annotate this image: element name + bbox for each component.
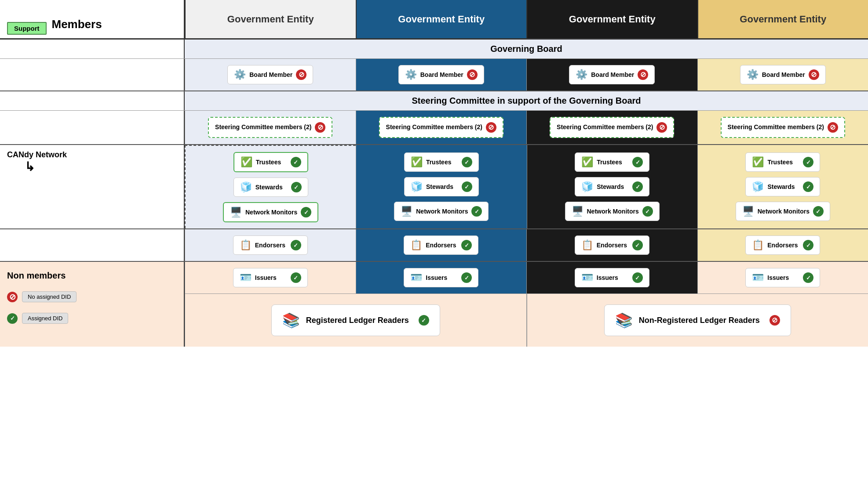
steering-label-2: Steering Committee members (2) bbox=[557, 123, 653, 132]
endorsers-label-3: Endorsers bbox=[767, 241, 798, 249]
steering-label-1: Steering Committee members (2) bbox=[386, 123, 482, 132]
non-registered-ledger-icon: 📚 bbox=[615, 312, 633, 329]
endorsers-card-1: 📋 Endorsers ✓ bbox=[404, 235, 478, 255]
steering-header: Steering Committee in support of the Gov… bbox=[0, 91, 868, 111]
issuers-label-1: Issuers bbox=[426, 274, 447, 282]
nm-label-1: Network Monitors bbox=[416, 207, 468, 215]
trustees-icon-2: ✅ bbox=[581, 156, 593, 168]
trustees-status-1: ✓ bbox=[462, 157, 472, 167]
top-header: Support Members Government Entity Govern… bbox=[0, 0, 868, 40]
steering-status-0: ⊘ bbox=[315, 122, 325, 133]
stewards-label-0: Stewards bbox=[255, 183, 283, 191]
issuers-icon-1: 🪪 bbox=[410, 272, 422, 283]
page-wrapper: Support Members Government Entity Govern… bbox=[0, 0, 868, 347]
legend-yes-label: Assigned DID bbox=[22, 313, 68, 324]
registered-ledger-card: 📚 Registered Ledger Readers ✓ bbox=[271, 304, 440, 336]
sc-col-1: Steering Committee members (2) ⊘ bbox=[356, 111, 527, 144]
support-badge: Support bbox=[7, 22, 47, 35]
col-header-3: Government Entity bbox=[697, 0, 868, 38]
board-member-label-2: Board Member bbox=[591, 71, 634, 79]
trustees-label-1: Trustees bbox=[426, 158, 452, 166]
governing-board-left bbox=[0, 59, 185, 91]
legend-yes-did: ✓ Assigned DID bbox=[7, 313, 68, 324]
stewards-3: 🧊 Stewards ✓ bbox=[745, 177, 820, 196]
steering-left bbox=[0, 111, 185, 144]
registered-ledger-icon: 📚 bbox=[282, 312, 300, 329]
issuers-card-0: 🪪 Issuers ✓ bbox=[233, 268, 308, 287]
stewards-label-1: Stewards bbox=[426, 183, 453, 191]
endorsers-icon-1: 📋 bbox=[410, 239, 422, 251]
candy-col-3: ✅ Trustees ✓ 🧊 Stewards ✓ 🖥️ Network Mon… bbox=[697, 145, 868, 228]
legend-no-icon: ⊘ bbox=[7, 292, 18, 302]
trustees-label-0: Trustees bbox=[256, 158, 281, 166]
issuers-label-2: Issuers bbox=[597, 274, 618, 282]
issuers-status-1: ✓ bbox=[461, 272, 472, 283]
issuers-card-3: 🪪 Issuers ✓ bbox=[745, 268, 820, 287]
board-member-2: ⚙️ Board Member ⊘ bbox=[569, 65, 655, 84]
non-members-cols: 🪪 Issuers ✓ 🪪 Issuers ✓ 🪪 Issuers bbox=[185, 262, 868, 347]
steering-committee-section: Steering Committee in support of the Gov… bbox=[0, 91, 868, 145]
endorsers-card-0: 📋 Endorsers ✓ bbox=[233, 235, 308, 255]
trustees-0: ✅ Trustees ✓ bbox=[233, 152, 308, 172]
network-monitors-3: 🖥️ Network Monitors ✓ bbox=[736, 202, 830, 221]
candy-label: CANdy Network bbox=[7, 150, 67, 159]
steering-title: Steering Committee in support of the Gov… bbox=[185, 91, 868, 110]
trustees-status-3: ✓ bbox=[803, 157, 813, 167]
stewards-status-3: ✓ bbox=[803, 181, 813, 192]
stewards-status-0: ✓ bbox=[291, 182, 302, 192]
nm-status-2: ✓ bbox=[642, 206, 653, 217]
board-member-icon-1: ⚙️ bbox=[405, 69, 417, 80]
endorsers-icon-2: 📋 bbox=[581, 239, 593, 251]
trustees-status-0: ✓ bbox=[291, 157, 301, 167]
trustees-icon-3: ✅ bbox=[752, 156, 764, 168]
endorsers-icon-0: 📋 bbox=[240, 239, 252, 251]
endorsers-cols: 📋 Endorsers ✓ 📋 Endorsers ✓ 📋 Endorsers … bbox=[185, 229, 868, 261]
candy-col-1: ✅ Trustees ✓ 🧊 Stewards ✓ 🖥️ Network Mon… bbox=[356, 145, 526, 228]
endorsers-col-0: 📋 Endorsers ✓ bbox=[185, 229, 356, 261]
sc-spacer bbox=[0, 91, 185, 110]
stewards-2: 🧊 Stewards ✓ bbox=[575, 177, 649, 196]
nm-icon-1: 🖥️ bbox=[401, 206, 412, 217]
endorsers-label-2: Endorsers bbox=[597, 241, 627, 249]
stewards-icon-0: 🧊 bbox=[240, 181, 252, 193]
board-member-status-2: ⊘ bbox=[638, 69, 648, 80]
gb-spacer bbox=[0, 40, 185, 58]
governing-board-row: ⚙️ Board Member ⊘ ⚙️ Board Member ⊘ ⚙️ bbox=[0, 59, 868, 91]
steering-card-1: Steering Committee members (2) ⊘ bbox=[379, 117, 503, 138]
issuers-status-3: ✓ bbox=[803, 272, 813, 283]
steering-status-1: ⊘ bbox=[486, 122, 496, 133]
col-header-2: Government Entity bbox=[526, 0, 697, 38]
stewards-status-2: ✓ bbox=[632, 181, 643, 192]
endorsers-card-2: 📋 Endorsers ✓ bbox=[575, 235, 649, 255]
non-members-left: Non members ⊘ No assigned DID ✓ Assigned… bbox=[0, 262, 185, 347]
trustees-1: ✅ Trustees ✓ bbox=[404, 152, 479, 172]
board-member-label-3: Board Member bbox=[762, 71, 805, 79]
ledger-readers-row: 📚 Registered Ledger Readers ✓ 📚 Non-Regi… bbox=[185, 294, 868, 347]
nm-status-3: ✓ bbox=[813, 206, 824, 217]
nm-icon-2: 🖥️ bbox=[572, 206, 584, 217]
governing-board-section: Governing Board ⚙️ Board Member ⊘ ⚙️ Boa… bbox=[0, 40, 868, 91]
steering-cols: Steering Committee members (2) ⊘ Steerin… bbox=[185, 111, 868, 144]
non-registered-ledger-label: Non-Registered Ledger Readers bbox=[639, 316, 760, 325]
stewards-status-1: ✓ bbox=[462, 181, 472, 192]
endorsers-status-2: ✓ bbox=[632, 240, 643, 250]
nm-icon-3: 🖥️ bbox=[742, 206, 754, 217]
candy-left: CANdy Network ↳ bbox=[0, 145, 185, 228]
candy-col-2: ✅ Trustees ✓ 🧊 Stewards ✓ 🖥️ Network Mon… bbox=[527, 145, 697, 228]
steering-card-3: Steering Committee members (2) ⊘ bbox=[721, 117, 845, 138]
board-member-label-1: Board Member bbox=[420, 71, 463, 79]
nm-label-3: Network Monitors bbox=[758, 207, 810, 215]
board-member-status-3: ⊘ bbox=[809, 69, 819, 80]
endorsers-col-3: 📋 Endorsers ✓ bbox=[697, 229, 868, 261]
steering-label-3: Steering Committee members (2) bbox=[728, 123, 824, 132]
nm-label-0: Network Monitors bbox=[245, 208, 297, 216]
non-members-label: Non members bbox=[7, 271, 66, 281]
issuers-icon-2: 🪪 bbox=[581, 272, 593, 283]
gb-col-2: ⚙️ Board Member ⊘ bbox=[526, 59, 697, 91]
issuers-col-3: 🪪 Issuers ✓ bbox=[697, 262, 868, 293]
trustees-status-2: ✓ bbox=[632, 157, 643, 167]
endorsers-col-1: 📋 Endorsers ✓ bbox=[356, 229, 527, 261]
endorsers-card-3: 📋 Endorsers ✓ bbox=[745, 235, 820, 255]
issuers-col-0: 🪪 Issuers ✓ bbox=[185, 262, 356, 293]
board-member-0: ⚙️ Board Member ⊘ bbox=[227, 65, 313, 84]
